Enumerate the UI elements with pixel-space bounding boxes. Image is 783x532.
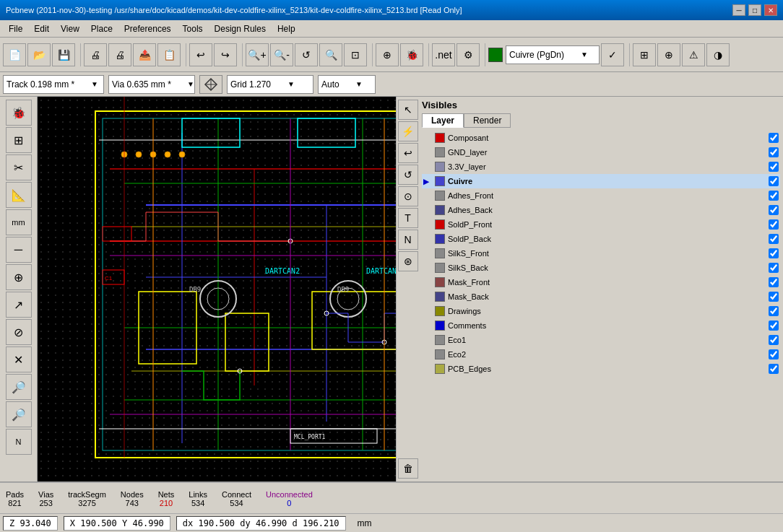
layer-visibility-checkbox[interactable] [769,133,779,143]
menu-edit[interactable]: Edit [28,22,55,35]
track-select[interactable]: Track 0.198 mm * [7,79,90,90]
menu-view[interactable]: View [55,22,85,35]
ratsnest-button[interactable]: ⊕ [657,43,680,66]
maximize-button[interactable]: □ [748,4,761,16]
tab-layer[interactable]: Layer [422,113,464,128]
crosshair-btn[interactable]: ⊛ [398,251,418,271]
magnify2-tool[interactable]: 🔎 [6,401,32,427]
print-button[interactable]: 🖨 [108,43,131,66]
layer-row-mask_back[interactable]: Mask_Back [422,289,780,304]
menu-preferences[interactable]: Preferences [118,22,177,35]
unit-tool[interactable]: mm [6,209,32,235]
export-button[interactable]: 📤 [133,43,156,66]
rotate-btn[interactable]: ↺ [398,165,418,185]
print-preview-button[interactable]: 🖨 [84,43,107,66]
layer-row-3.3v_layer[interactable]: 3.3V_layer [422,160,780,174]
arrow-tool[interactable]: ↗ [6,292,32,318]
net-btn[interactable]: N [398,230,418,250]
magnify-tool[interactable]: 🔎 [6,374,32,400]
drc2-button[interactable]: ⚠ [682,43,705,66]
layer-row-pcb_edges[interactable]: PCB_Edges [422,362,780,376]
back-btn[interactable]: ↩ [398,143,418,163]
zoom-fit-button[interactable]: 🔍 [319,43,342,66]
layer-row-adhes_front[interactable]: Adhes_Front [422,188,780,203]
layer-row-adhes_back[interactable]: Adhes_Back [422,203,780,217]
layer-visibility-checkbox[interactable] [769,219,779,230]
circle-tool[interactable]: ⊘ [6,319,32,345]
minimize-button[interactable]: ─ [732,4,745,16]
text-btn[interactable]: T [398,208,418,228]
layer-visibility-checkbox[interactable] [769,292,779,302]
layer-visibility-checkbox[interactable] [769,320,779,331]
bug-button[interactable]: 🐞 [400,43,423,66]
delete-btn[interactable]: 🗑 [398,458,418,479]
layer-visibility-checkbox[interactable] [769,277,779,287]
menu-help[interactable]: Help [272,22,301,35]
layer-check-button[interactable]: ✓ [601,43,624,66]
save-button[interactable]: 💾 [52,43,75,66]
layer-dropdown[interactable]: Cuivre (PgDn) ▼ [506,45,600,64]
circle-draw-btn[interactable]: ⊙ [398,186,418,206]
snap-tool[interactable]: 📐 [6,182,32,208]
menu-tools[interactable]: Tools [177,22,209,35]
menu-design-rules[interactable]: Design Rules [209,22,272,35]
layer-visibility-checkbox[interactable] [769,306,779,316]
route-btn[interactable]: ⚡ [398,121,418,141]
layer-row-drawings[interactable]: Drawings [422,304,780,318]
layer-select[interactable]: Cuivre (PgDn) [509,50,579,60]
menu-file[interactable]: File [3,22,28,35]
x-tool[interactable]: ✕ [6,346,32,372]
grid-select[interactable]: Grid 1.270 [230,79,286,90]
grid-dropdown[interactable]: Grid 1.270 ▼ [227,75,313,94]
route-icon[interactable] [199,75,222,94]
board-setup-button[interactable]: ⚙ [457,43,480,66]
layer-row-mask_front[interactable]: Mask_Front [422,275,780,289]
zoom-out-button[interactable]: 🔍- [270,43,293,66]
new-button[interactable]: 📄 [3,43,26,66]
layer-visibility-checkbox[interactable] [769,176,779,186]
measure-tool[interactable]: ✂ [6,154,32,180]
label-tool[interactable]: N [6,429,32,455]
select-tool[interactable]: 🐞 [6,100,32,126]
trace-tool[interactable]: ─ [6,237,32,263]
layer-visibility-checkbox[interactable] [769,234,779,244]
layer-visibility-checkbox[interactable] [769,248,779,258]
gerber-button[interactable]: 📋 [157,43,181,66]
components-button[interactable]: ⊞ [633,43,656,66]
layer-visibility-checkbox[interactable] [769,349,779,359]
layer-row-silks_front[interactable]: SilkS_Front [422,246,780,261]
layer-row-soldp_front[interactable]: SoldP_Front [422,217,780,232]
layer-row-cuivre[interactable]: ▶Cuivre [422,174,780,188]
layer-row-gnd_layer[interactable]: GND_layer [422,145,780,160]
zoom-in-button[interactable]: 🔍+ [246,43,269,66]
layer-visibility-checkbox[interactable] [769,191,779,201]
pcb-canvas[interactable]: DARTCAN2 DARTCAN1 DARTCAN0 DB9 DB9 DB9 [38,97,396,481]
layer-visibility-checkbox[interactable] [769,263,779,273]
layer-visibility-checkbox[interactable] [769,364,779,374]
layer-row-silks_back[interactable]: SilkS_Back [422,261,780,275]
tab-render[interactable]: Render [464,113,511,128]
layer-visibility-checkbox[interactable] [769,335,779,345]
arrow-select-btn[interactable]: ↖ [398,100,418,120]
zoom-redraw-button[interactable]: ↺ [295,43,318,66]
mouse-button[interactable]: ⊕ [376,43,399,66]
zoom-area-button[interactable]: ⊡ [344,43,367,66]
zoom-dropdown[interactable]: Auto ▼ [318,75,376,94]
plus-tool[interactable]: ⊕ [6,264,32,290]
highcontrast-button[interactable]: ◑ [706,43,730,66]
track-dropdown[interactable]: Track 0.198 mm * ▼ [3,75,104,94]
via-select[interactable]: Via 0.635 mm * [112,79,186,90]
layer-row-soldp_back[interactable]: SoldP_Back [422,232,780,246]
zoom-select[interactable]: Auto [321,79,354,90]
undo-button[interactable]: ↩ [189,43,212,66]
layer-visibility-checkbox[interactable] [769,147,779,157]
netlist-button[interactable]: .net [432,43,455,66]
layer-visibility-checkbox[interactable] [769,205,779,215]
close-button[interactable]: ✕ [764,4,777,16]
via-dropdown[interactable]: Via 0.635 mm * ▼ [108,75,195,94]
layer-row-comments[interactable]: Comments [422,318,780,333]
layer-row-eco2[interactable]: Eco2 [422,347,780,362]
menu-place[interactable]: Place [85,22,118,35]
grid-tool[interactable]: ⊞ [6,127,32,153]
redo-button[interactable]: ↪ [214,43,237,66]
